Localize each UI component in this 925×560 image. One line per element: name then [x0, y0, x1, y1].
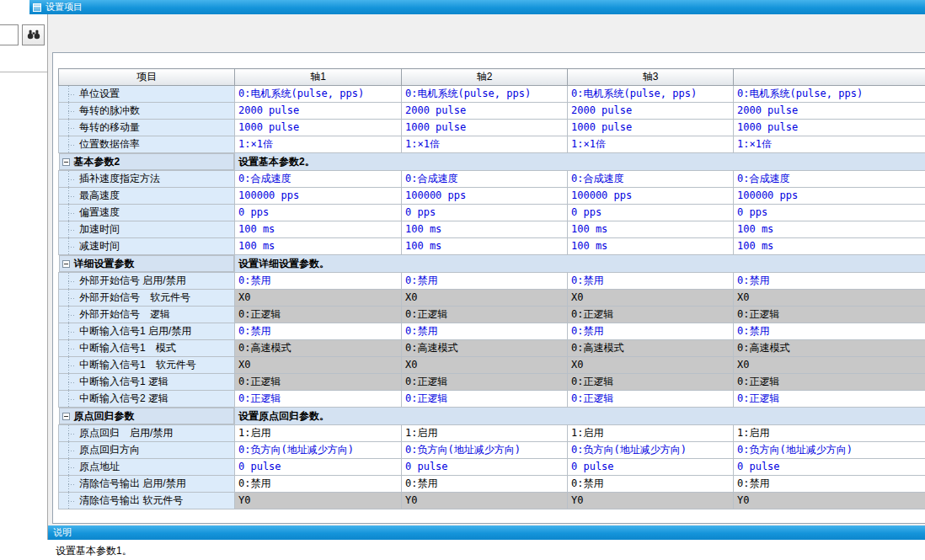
value-cell-axis2[interactable]: 0:禁用: [402, 323, 568, 340]
item-label-cell[interactable]: 中断输入信号1 逻辑: [59, 374, 235, 391]
value-cell-axis1[interactable]: 1000 pulse: [235, 120, 402, 136]
value-cell-axis4[interactable]: 0:正逻辑: [734, 374, 925, 391]
value-cell-axis1[interactable]: 0:禁用: [235, 273, 402, 290]
value-cell-axis2[interactable]: 100 ms: [402, 221, 568, 238]
value-cell-axis4[interactable]: 0:负方向(地址减少方向): [734, 442, 925, 459]
value-cell-axis2[interactable]: 0:禁用: [402, 476, 568, 493]
value-cell-axis4[interactable]: 0:正逻辑: [734, 391, 925, 408]
section-label-cell[interactable]: 详细设置参数: [59, 255, 235, 272]
value-cell-axis3[interactable]: 0:禁用: [568, 476, 734, 493]
value-cell-axis4[interactable]: 0:高速模式: [734, 340, 925, 357]
value-cell-axis1[interactable]: 0:高速模式: [235, 340, 402, 357]
value-cell-axis3[interactable]: 2000 pulse: [568, 103, 734, 120]
value-cell-axis1[interactable]: Y0: [235, 493, 402, 509]
value-cell-axis3[interactable]: 0:正逻辑: [568, 307, 734, 323]
value-cell-axis3[interactable]: 0:正逻辑: [568, 374, 734, 391]
value-cell-axis1[interactable]: 0:正逻辑: [235, 391, 402, 408]
value-cell-axis3[interactable]: 0:高速模式: [568, 340, 734, 357]
item-label-cell[interactable]: 中断输入信号1 软元件号: [59, 357, 235, 374]
item-label-cell[interactable]: 加速时间: [59, 221, 235, 238]
item-label-cell[interactable]: 每转的脉冲数: [59, 103, 235, 120]
value-cell-axis3[interactable]: 0:负方向(地址减少方向): [568, 442, 734, 459]
item-label-cell[interactable]: 中断输入信号2 逻辑: [59, 391, 235, 408]
value-cell-axis3[interactable]: Y0: [568, 493, 734, 509]
item-label-cell[interactable]: 清除信号输出 启用/禁用: [59, 476, 235, 493]
value-cell-axis4[interactable]: 2000 pulse: [734, 103, 925, 120]
section-label-cell[interactable]: 原点回归参数: [59, 408, 235, 424]
value-cell-axis4[interactable]: Y0: [734, 493, 925, 509]
value-cell-axis4[interactable]: 100 ms: [734, 221, 925, 238]
value-cell-axis4[interactable]: X0: [734, 357, 925, 374]
value-cell-axis3[interactable]: 100 ms: [568, 221, 734, 238]
value-cell-axis1[interactable]: 0 pulse: [235, 459, 402, 476]
value-cell-axis2[interactable]: 0:高速模式: [402, 340, 568, 357]
value-cell-axis3[interactable]: 0:电机系统(pulse, pps): [568, 86, 734, 103]
value-cell-axis2[interactable]: Y0: [402, 493, 568, 509]
value-cell-axis4[interactable]: 1:×1倍: [734, 136, 925, 153]
value-cell-axis2[interactable]: 0 pulse: [402, 459, 568, 476]
collapse-minus-icon[interactable]: [62, 158, 70, 166]
value-cell-axis2[interactable]: X0: [402, 290, 568, 307]
item-label-cell[interactable]: 插补速度指定方法: [59, 171, 235, 188]
item-label-cell[interactable]: 减速时间: [59, 238, 235, 255]
search-input[interactable]: [0, 24, 19, 45]
item-label-cell[interactable]: 中断输入信号1 启用/禁用: [59, 323, 235, 340]
value-cell-axis4[interactable]: 0:电机系统(pulse, pps): [734, 86, 925, 103]
value-cell-axis1[interactable]: 100 ms: [235, 238, 402, 255]
value-cell-axis3[interactable]: 0:合成速度: [568, 171, 734, 188]
item-label-cell[interactable]: 中断输入信号1 模式: [59, 340, 235, 357]
item-label-cell[interactable]: 最高速度: [59, 188, 235, 205]
item-label-cell[interactable]: 单位设置: [59, 86, 235, 103]
item-label-cell[interactable]: 清除信号输出 软元件号: [59, 493, 235, 509]
value-cell-axis1[interactable]: 0:负方向(地址减少方向): [235, 442, 402, 459]
value-cell-axis1[interactable]: 2000 pulse: [235, 103, 402, 120]
value-cell-axis4[interactable]: X0: [734, 290, 925, 307]
value-cell-axis1[interactable]: X0: [235, 357, 402, 374]
value-cell-axis1[interactable]: 0:禁用: [235, 323, 402, 340]
value-cell-axis2[interactable]: 100000 pps: [402, 188, 568, 205]
value-cell-axis2[interactable]: 1:×1倍: [402, 136, 568, 153]
value-cell-axis3[interactable]: X0: [568, 357, 734, 374]
value-cell-axis2[interactable]: X0: [402, 357, 568, 374]
value-cell-axis2[interactable]: 2000 pulse: [402, 103, 568, 120]
value-cell-axis2[interactable]: 0:正逻辑: [402, 307, 568, 323]
item-label-cell[interactable]: 位置数据倍率: [59, 136, 235, 153]
value-cell-axis1[interactable]: 1:×1倍: [235, 136, 402, 153]
value-cell-axis3[interactable]: 0:禁用: [568, 273, 734, 290]
find-button[interactable]: [22, 24, 45, 45]
value-cell-axis3[interactable]: 0:正逻辑: [568, 391, 734, 408]
value-cell-axis2[interactable]: 0:禁用: [402, 273, 568, 290]
value-cell-axis2[interactable]: 1000 pulse: [402, 120, 568, 136]
value-cell-axis4[interactable]: 0:正逻辑: [734, 307, 925, 323]
value-cell-axis4[interactable]: 0 pulse: [734, 459, 925, 476]
value-cell-axis3[interactable]: 100 ms: [568, 238, 734, 255]
item-label-cell[interactable]: 外部开始信号 软元件号: [59, 290, 235, 307]
value-cell-axis3[interactable]: 0:禁用: [568, 323, 734, 340]
value-cell-axis2[interactable]: 0:合成速度: [402, 171, 568, 188]
value-cell-axis2[interactable]: 0:正逻辑: [402, 374, 568, 391]
value-cell-axis1[interactable]: 0:正逻辑: [235, 307, 402, 323]
value-cell-axis4[interactable]: 1:启用: [734, 425, 925, 442]
value-cell-axis1[interactable]: 100000 pps: [235, 188, 402, 205]
value-cell-axis1[interactable]: X0: [235, 290, 402, 307]
item-label-cell[interactable]: 原点地址: [59, 459, 235, 476]
value-cell-axis1[interactable]: 100 ms: [235, 221, 402, 238]
value-cell-axis1[interactable]: 0:正逻辑: [235, 374, 402, 391]
value-cell-axis2[interactable]: 0:正逻辑: [402, 391, 568, 408]
value-cell-axis4[interactable]: 0:禁用: [734, 273, 925, 290]
item-label-cell[interactable]: 每转的移动量: [59, 120, 235, 136]
value-cell-axis2[interactable]: 1:启用: [402, 425, 568, 442]
collapse-minus-icon[interactable]: [62, 413, 70, 420]
value-cell-axis2[interactable]: 0:负方向(地址减少方向): [402, 442, 568, 459]
value-cell-axis3[interactable]: 1000 pulse: [568, 120, 734, 136]
section-label-cell[interactable]: 基本参数2: [59, 153, 235, 170]
item-label-cell[interactable]: 偏置速度: [59, 205, 235, 221]
value-cell-axis4[interactable]: 0 pps: [734, 205, 925, 221]
value-cell-axis3[interactable]: 0 pulse: [568, 459, 734, 476]
value-cell-axis4[interactable]: 100000 pps: [734, 188, 925, 205]
value-cell-axis1[interactable]: 0 pps: [235, 205, 402, 221]
value-cell-axis1[interactable]: 0:电机系统(pulse, pps): [235, 86, 402, 103]
value-cell-axis3[interactable]: 1:启用: [568, 425, 734, 442]
value-cell-axis3[interactable]: X0: [568, 290, 734, 307]
value-cell-axis1[interactable]: 0:禁用: [235, 476, 402, 493]
